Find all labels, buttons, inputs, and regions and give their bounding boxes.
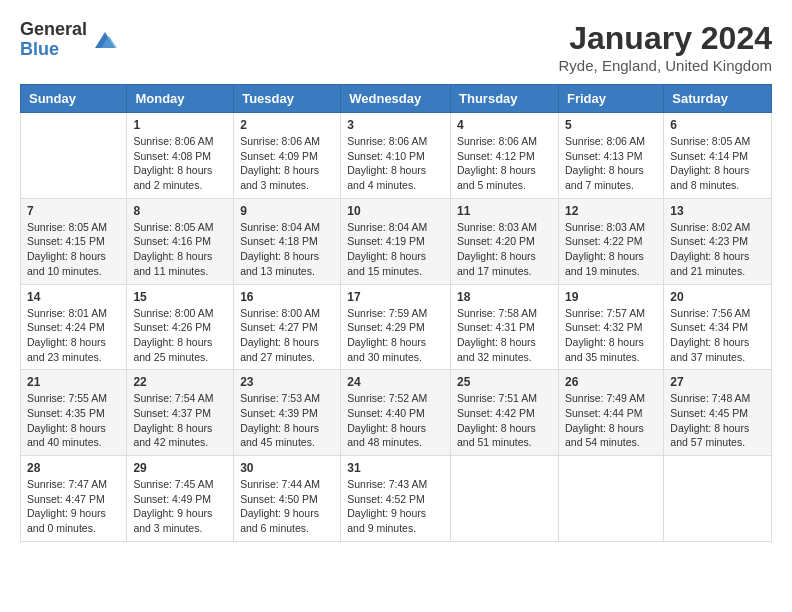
day-number: 5 — [565, 118, 657, 132]
day-info: Sunrise: 8:03 AMSunset: 4:20 PMDaylight:… — [457, 220, 552, 279]
calendar-cell: 30Sunrise: 7:44 AMSunset: 4:50 PMDayligh… — [234, 456, 341, 542]
calendar-cell: 25Sunrise: 7:51 AMSunset: 4:42 PMDayligh… — [451, 370, 559, 456]
calendar-week-row: 7Sunrise: 8:05 AMSunset: 4:15 PMDaylight… — [21, 198, 772, 284]
calendar-cell — [21, 113, 127, 199]
calendar-header-monday: Monday — [127, 85, 234, 113]
day-number: 8 — [133, 204, 227, 218]
calendar-header-tuesday: Tuesday — [234, 85, 341, 113]
day-info: Sunrise: 7:52 AMSunset: 4:40 PMDaylight:… — [347, 391, 444, 450]
day-number: 30 — [240, 461, 334, 475]
day-number: 29 — [133, 461, 227, 475]
day-info: Sunrise: 8:06 AMSunset: 4:10 PMDaylight:… — [347, 134, 444, 193]
calendar-cell: 12Sunrise: 8:03 AMSunset: 4:22 PMDayligh… — [558, 198, 663, 284]
day-number: 24 — [347, 375, 444, 389]
day-info: Sunrise: 7:54 AMSunset: 4:37 PMDaylight:… — [133, 391, 227, 450]
calendar-cell: 16Sunrise: 8:00 AMSunset: 4:27 PMDayligh… — [234, 284, 341, 370]
page-header: General Blue January 2024 Ryde, England,… — [20, 20, 772, 74]
calendar-cell: 18Sunrise: 7:58 AMSunset: 4:31 PMDayligh… — [451, 284, 559, 370]
calendar-cell: 3Sunrise: 8:06 AMSunset: 4:10 PMDaylight… — [341, 113, 451, 199]
day-info: Sunrise: 7:58 AMSunset: 4:31 PMDaylight:… — [457, 306, 552, 365]
logo-blue-text: Blue — [20, 40, 87, 60]
calendar-header-friday: Friday — [558, 85, 663, 113]
day-info: Sunrise: 8:00 AMSunset: 4:27 PMDaylight:… — [240, 306, 334, 365]
day-number: 2 — [240, 118, 334, 132]
calendar-week-row: 1Sunrise: 8:06 AMSunset: 4:08 PMDaylight… — [21, 113, 772, 199]
calendar-cell: 10Sunrise: 8:04 AMSunset: 4:19 PMDayligh… — [341, 198, 451, 284]
calendar-cell: 11Sunrise: 8:03 AMSunset: 4:20 PMDayligh… — [451, 198, 559, 284]
calendar-cell: 20Sunrise: 7:56 AMSunset: 4:34 PMDayligh… — [664, 284, 772, 370]
calendar-cell: 1Sunrise: 8:06 AMSunset: 4:08 PMDaylight… — [127, 113, 234, 199]
day-info: Sunrise: 7:45 AMSunset: 4:49 PMDaylight:… — [133, 477, 227, 536]
calendar-header-saturday: Saturday — [664, 85, 772, 113]
day-number: 14 — [27, 290, 120, 304]
day-number: 25 — [457, 375, 552, 389]
location: Ryde, England, United Kingdom — [559, 57, 772, 74]
day-info: Sunrise: 8:06 AMSunset: 4:13 PMDaylight:… — [565, 134, 657, 193]
logo-general-text: General — [20, 20, 87, 40]
calendar-cell: 27Sunrise: 7:48 AMSunset: 4:45 PMDayligh… — [664, 370, 772, 456]
calendar-week-row: 14Sunrise: 8:01 AMSunset: 4:24 PMDayligh… — [21, 284, 772, 370]
logo-icon — [91, 26, 119, 54]
day-info: Sunrise: 8:02 AMSunset: 4:23 PMDaylight:… — [670, 220, 765, 279]
day-info: Sunrise: 7:44 AMSunset: 4:50 PMDaylight:… — [240, 477, 334, 536]
day-info: Sunrise: 8:05 AMSunset: 4:15 PMDaylight:… — [27, 220, 120, 279]
day-number: 23 — [240, 375, 334, 389]
day-number: 18 — [457, 290, 552, 304]
day-number: 1 — [133, 118, 227, 132]
day-info: Sunrise: 7:48 AMSunset: 4:45 PMDaylight:… — [670, 391, 765, 450]
day-number: 13 — [670, 204, 765, 218]
day-number: 26 — [565, 375, 657, 389]
calendar-cell: 9Sunrise: 8:04 AMSunset: 4:18 PMDaylight… — [234, 198, 341, 284]
day-number: 31 — [347, 461, 444, 475]
calendar-header-row: SundayMondayTuesdayWednesdayThursdayFrid… — [21, 85, 772, 113]
calendar-cell: 5Sunrise: 8:06 AMSunset: 4:13 PMDaylight… — [558, 113, 663, 199]
calendar-cell: 14Sunrise: 8:01 AMSunset: 4:24 PMDayligh… — [21, 284, 127, 370]
day-number: 7 — [27, 204, 120, 218]
day-info: Sunrise: 7:53 AMSunset: 4:39 PMDaylight:… — [240, 391, 334, 450]
day-number: 17 — [347, 290, 444, 304]
calendar-cell — [451, 456, 559, 542]
day-number: 15 — [133, 290, 227, 304]
calendar-table: SundayMondayTuesdayWednesdayThursdayFrid… — [20, 84, 772, 542]
calendar-cell: 4Sunrise: 8:06 AMSunset: 4:12 PMDaylight… — [451, 113, 559, 199]
day-number: 27 — [670, 375, 765, 389]
day-number: 11 — [457, 204, 552, 218]
day-info: Sunrise: 8:06 AMSunset: 4:12 PMDaylight:… — [457, 134, 552, 193]
day-number: 22 — [133, 375, 227, 389]
day-info: Sunrise: 7:59 AMSunset: 4:29 PMDaylight:… — [347, 306, 444, 365]
calendar-cell: 13Sunrise: 8:02 AMSunset: 4:23 PMDayligh… — [664, 198, 772, 284]
day-info: Sunrise: 8:01 AMSunset: 4:24 PMDaylight:… — [27, 306, 120, 365]
calendar-cell — [664, 456, 772, 542]
calendar-cell: 15Sunrise: 8:00 AMSunset: 4:26 PMDayligh… — [127, 284, 234, 370]
day-number: 21 — [27, 375, 120, 389]
day-info: Sunrise: 7:57 AMSunset: 4:32 PMDaylight:… — [565, 306, 657, 365]
calendar-cell: 6Sunrise: 8:05 AMSunset: 4:14 PMDaylight… — [664, 113, 772, 199]
month-title: January 2024 — [559, 20, 772, 57]
calendar-week-row: 28Sunrise: 7:47 AMSunset: 4:47 PMDayligh… — [21, 456, 772, 542]
calendar-cell: 23Sunrise: 7:53 AMSunset: 4:39 PMDayligh… — [234, 370, 341, 456]
day-number: 3 — [347, 118, 444, 132]
day-number: 4 — [457, 118, 552, 132]
day-number: 28 — [27, 461, 120, 475]
day-number: 16 — [240, 290, 334, 304]
day-info: Sunrise: 8:05 AMSunset: 4:16 PMDaylight:… — [133, 220, 227, 279]
calendar-cell: 28Sunrise: 7:47 AMSunset: 4:47 PMDayligh… — [21, 456, 127, 542]
day-info: Sunrise: 8:00 AMSunset: 4:26 PMDaylight:… — [133, 306, 227, 365]
day-info: Sunrise: 8:06 AMSunset: 4:08 PMDaylight:… — [133, 134, 227, 193]
calendar-week-row: 21Sunrise: 7:55 AMSunset: 4:35 PMDayligh… — [21, 370, 772, 456]
day-info: Sunrise: 8:03 AMSunset: 4:22 PMDaylight:… — [565, 220, 657, 279]
calendar-cell: 26Sunrise: 7:49 AMSunset: 4:44 PMDayligh… — [558, 370, 663, 456]
day-number: 9 — [240, 204, 334, 218]
calendar-cell — [558, 456, 663, 542]
calendar-cell: 2Sunrise: 8:06 AMSunset: 4:09 PMDaylight… — [234, 113, 341, 199]
day-number: 12 — [565, 204, 657, 218]
calendar-cell: 21Sunrise: 7:55 AMSunset: 4:35 PMDayligh… — [21, 370, 127, 456]
day-info: Sunrise: 8:04 AMSunset: 4:19 PMDaylight:… — [347, 220, 444, 279]
calendar-cell: 7Sunrise: 8:05 AMSunset: 4:15 PMDaylight… — [21, 198, 127, 284]
day-info: Sunrise: 7:49 AMSunset: 4:44 PMDaylight:… — [565, 391, 657, 450]
calendar-cell: 19Sunrise: 7:57 AMSunset: 4:32 PMDayligh… — [558, 284, 663, 370]
calendar-cell: 22Sunrise: 7:54 AMSunset: 4:37 PMDayligh… — [127, 370, 234, 456]
day-number: 6 — [670, 118, 765, 132]
calendar-cell: 8Sunrise: 8:05 AMSunset: 4:16 PMDaylight… — [127, 198, 234, 284]
day-info: Sunrise: 8:05 AMSunset: 4:14 PMDaylight:… — [670, 134, 765, 193]
